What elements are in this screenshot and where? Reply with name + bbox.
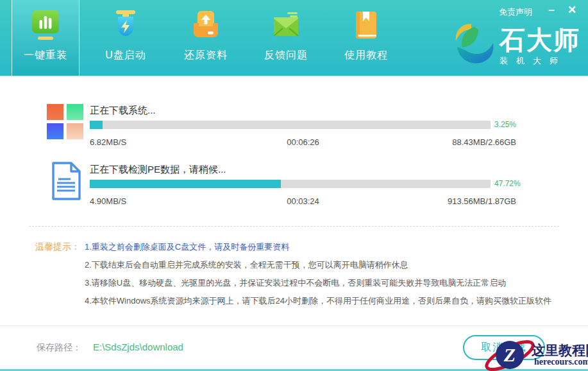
app-window: 一键重装 U盘启动 [0,0,588,371]
progress-fill-system [90,121,103,129]
minimize-button[interactable]: – [543,3,560,18]
download-stats-pe: 4.90MB/S 00:03:24 913.56MB/1.87GB [90,196,516,207]
usb-shield-icon [110,8,142,43]
navbar-divider [0,76,588,77]
chart-monitor-icon [29,8,62,43]
brand-name: 石大师 [500,26,580,53]
save-path-label: 保存路径： [37,342,81,354]
restore-box-icon [190,8,222,43]
download-title-pe: 正在下载检测PE数据，请稍候... [90,164,226,176]
download-size: 88.43MB/2.66GB [452,137,516,147]
progress-fill-pe [90,180,281,188]
tips-divider [29,226,559,227]
document-icon [49,161,83,203]
svg-text:Z: Z [503,344,516,365]
tip-item-2: 2.下载结束后会自动重启并完成系统的安装，全程无需干预，您可以离开电脑请稍作休息 [85,259,408,271]
windows-logo-icon [46,103,85,144]
tab-feedback[interactable]: 反馈问题 [252,0,320,76]
download-size: 913.56MB/1.87GB [448,196,516,206]
progress-track-system [90,121,491,129]
swirl-logo-icon [453,21,494,71]
tutorial-book-icon [350,8,382,43]
progress-percent-pe: 47.72% [494,179,521,188]
feedback-envelope-icon [270,8,302,43]
tip-item-3: 3.请移除U盘、移动硬盘、光驱里的光盘，并保证安装过程中不会断电，否则重装可能失… [85,277,506,289]
tab-usb-boot[interactable]: U盘启动 [92,0,160,76]
tab-label: 反馈问题 [264,49,308,62]
disclaimer-link[interactable]: 免责声明 [499,6,532,18]
tip-item-4: 4.本软件Windows系统资源均来源于网上，请下载后24小时删除，不得用于任何… [85,295,551,307]
save-path-value: E:\SdsZjds\download [93,341,183,352]
progress-track-pe [90,180,491,188]
top-navbar: 一键重装 U盘启动 [0,0,588,76]
brand-subtitle: 装机大师 [500,55,580,67]
tab-tutorial[interactable]: 使用教程 [332,0,400,76]
progress-percent-system: 3.25% [494,120,516,129]
nav-tabs: 一键重装 U盘启动 [12,0,412,76]
close-button[interactable]: ✕ [564,3,580,18]
tab-one-key-reinstall[interactable]: 一键重装 [12,0,80,76]
tab-label: 还原资料 [184,49,228,62]
brand-logo: 石大师 装机大师 [453,21,580,71]
watermark-domain: herecours.com [534,357,588,367]
tab-label: 使用教程 [344,49,388,62]
tab-label: 一键重装 [24,49,67,62]
tab-restore-data[interactable]: 还原资料 [172,0,240,76]
download-title-system: 正在下载系统... [90,105,156,117]
tab-label: U盘启动 [105,49,146,62]
tips-label: 温馨提示： [35,241,80,253]
tip-item-1: 1.重装之前会删除桌面及C盘文件，请及时备份重要资料 [85,241,289,253]
download-stats-system: 6.82MB/S 00:06:26 88.43MB/2.66GB [90,137,516,148]
footer-divider [0,325,588,326]
watermark: Z 这里教程网 herecours.com [482,334,588,371]
